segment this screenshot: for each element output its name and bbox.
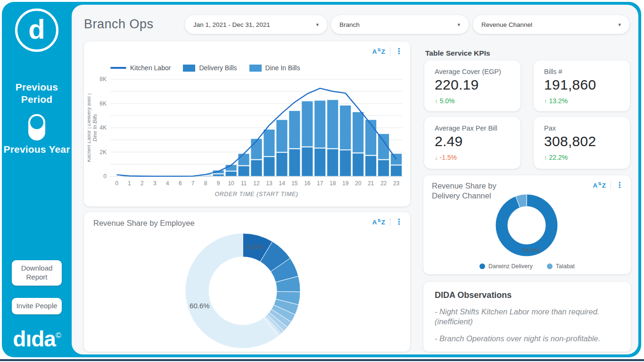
svg-text:4: 4 xyxy=(166,180,169,187)
svg-text:17: 17 xyxy=(317,180,323,187)
svg-text:0: 0 xyxy=(115,180,118,187)
svg-text:9: 9 xyxy=(217,180,220,187)
dida-logo-icon: d xyxy=(15,8,58,52)
down-arrow-icon: ↓ xyxy=(435,154,438,161)
employee-chart-title: Revenue Share by Employee xyxy=(93,219,195,228)
app-frame: d Previous Period Previous Year Download… xyxy=(2,2,641,357)
invite-people-button[interactable]: Invite People xyxy=(12,298,62,314)
icon-separator xyxy=(611,181,611,189)
branch-filter-label: Branch xyxy=(339,21,360,28)
up-arrow-icon: ↑ xyxy=(544,98,547,105)
bar-swatch-icon xyxy=(249,65,262,72)
kpi-delta: ↑5.0% xyxy=(435,97,511,105)
svg-text:6K: 6K xyxy=(99,100,107,107)
revenue-share-delivery-card: Revenue Share by Delivery Channel A⇅Z ⋮ … xyxy=(423,175,631,274)
bottom-divider xyxy=(0,359,644,361)
svg-text:12: 12 xyxy=(253,180,260,187)
more-options-icon[interactable]: ⋮ xyxy=(395,48,403,55)
kpi-card-bills: Bills # 191,860 ↑13.2% xyxy=(534,60,630,111)
more-options-icon[interactable]: ⋮ xyxy=(395,218,403,226)
kpi-card-average-pax: Average Pax Per Bill 2.49 ↓-1.5% xyxy=(424,117,520,169)
svg-text:15: 15 xyxy=(291,180,298,187)
observation-item: - Branch Operations over night is non-pr… xyxy=(435,334,619,344)
svg-text:20: 20 xyxy=(355,180,362,187)
icon-separator xyxy=(390,218,390,226)
legend-darwinz-delivery: Darwinz Delivery xyxy=(479,263,533,270)
line-swatch-icon xyxy=(110,67,126,69)
previous-year-label: Previous Year xyxy=(2,143,72,156)
up-arrow-icon: ↑ xyxy=(435,98,438,105)
date-range-filter[interactable]: Jan 1, 2021 - Dec 31, 2021 ▾ xyxy=(185,15,327,34)
more-options-icon[interactable]: ⋮ xyxy=(616,181,623,189)
legend-talabat: Talabat xyxy=(547,263,575,270)
observations-title: DIDA Observations xyxy=(435,290,619,300)
toggle-knob-icon xyxy=(30,116,43,129)
svg-text:4K: 4K xyxy=(99,124,107,131)
logo-letter: d xyxy=(28,16,45,43)
svg-text:Kitchen Labor | Delivery Bills: Kitchen Labor | Delivery Bills |Dine In … xyxy=(88,93,98,162)
up-arrow-icon: ↑ xyxy=(544,154,547,161)
svg-text:2K: 2K xyxy=(99,149,107,156)
sort-az-icon[interactable]: A⇅Z xyxy=(593,181,606,189)
svg-text:7: 7 xyxy=(191,180,195,187)
legend-dot-icon xyxy=(547,263,553,269)
chevron-down-icon: ▾ xyxy=(457,22,460,28)
svg-text:21: 21 xyxy=(368,180,374,187)
kpi-card-average-cover: Average Cover (EGP) 220.19 ↑5.0% xyxy=(424,60,520,111)
previous-period-label: Previous Period xyxy=(2,81,72,106)
svg-text:3: 3 xyxy=(153,180,157,187)
svg-text:10: 10 xyxy=(228,180,234,187)
sort-az-icon[interactable]: A⇅Z xyxy=(372,218,385,226)
svg-text:18: 18 xyxy=(330,180,336,187)
sort-az-icon[interactable]: A⇅Z xyxy=(372,48,385,55)
legend-dine-in-bills: Dine In Bills xyxy=(249,64,300,72)
svg-text:13: 13 xyxy=(266,180,272,187)
svg-text:ORDER TIME (START TIME): ORDER TIME (START TIME) xyxy=(215,191,298,197)
svg-text:6: 6 xyxy=(179,180,182,187)
employee-donut-chart[interactable]: 8.6%60.6% xyxy=(84,229,410,352)
delivery-donut-chart[interactable]: 94.3% xyxy=(423,191,631,257)
copyright-mark: © xyxy=(56,331,61,339)
hourly-operations-chart[interactable]: 02K4K6K8K0123467891011121314151617181920… xyxy=(88,75,406,201)
svg-text:16: 16 xyxy=(304,180,311,187)
legend-kitchen-labor: Kitchen Labor xyxy=(110,64,171,72)
svg-text:22: 22 xyxy=(380,180,387,187)
svg-text:0: 0 xyxy=(103,173,107,180)
revenue-channel-label: Revenue Channel xyxy=(481,21,532,28)
svg-text:8K: 8K xyxy=(99,76,107,82)
page-title: Branch Ops xyxy=(84,17,154,32)
revenue-share-employee-card: Revenue Share by Employee A⇅Z ⋮ 8.6%60.6… xyxy=(84,212,410,352)
date-range-value: Jan 1, 2021 - Dec 31, 2021 xyxy=(193,21,270,28)
svg-text:94.3%: 94.3% xyxy=(522,247,540,254)
content-panel: Branch Ops Jan 1, 2021 - Dec 31, 2021 ▾ … xyxy=(72,5,638,354)
combo-chart-legend: Kitchen Labor Delivery Bills Dine In Bil… xyxy=(110,64,300,72)
svg-text:8.6%: 8.6% xyxy=(247,243,263,251)
kpi-delta: ↓-1.5% xyxy=(435,154,511,161)
kpi-delta: ↑13.2% xyxy=(544,97,620,105)
revenue-channel-filter[interactable]: Revenue Channel ▾ xyxy=(473,15,629,34)
svg-text:60.6%: 60.6% xyxy=(190,302,210,310)
svg-text:23: 23 xyxy=(393,180,400,187)
chevron-down-icon: ▾ xyxy=(618,22,621,28)
branch-filter[interactable]: Branch ▾ xyxy=(331,15,469,34)
period-comparison-toggle[interactable] xyxy=(28,114,45,140)
hourly-operations-chart-card: A⇅Z ⋮ Kitchen Labor Delivery Bills Dine … xyxy=(84,41,410,206)
svg-text:8: 8 xyxy=(204,180,207,187)
legend-dot-icon xyxy=(479,263,485,269)
dida-observations-card: DIDA Observations - Night Shifts Kitchen… xyxy=(423,282,631,352)
svg-text:2: 2 xyxy=(140,180,144,187)
sidebar: d Previous Period Previous Year Download… xyxy=(2,2,72,357)
svg-text:11: 11 xyxy=(241,180,247,187)
download-report-button[interactable]: Download Report xyxy=(12,260,62,286)
kpi-card-pax: Pax 308,802 ↑22.2% xyxy=(534,117,630,169)
svg-text:14: 14 xyxy=(279,180,285,187)
kpi-delta: ↑22.2% xyxy=(544,154,620,161)
dida-wordmark: dıda© xyxy=(2,326,72,352)
chevron-down-icon: ▾ xyxy=(316,22,319,28)
legend-delivery-bills: Delivery Bills xyxy=(183,64,237,72)
bar-swatch-icon xyxy=(183,65,195,72)
icon-separator xyxy=(390,47,390,56)
kpi-section-title: Table Service KPIs xyxy=(425,49,490,58)
svg-text:1: 1 xyxy=(128,180,131,187)
svg-text:19: 19 xyxy=(342,180,349,187)
